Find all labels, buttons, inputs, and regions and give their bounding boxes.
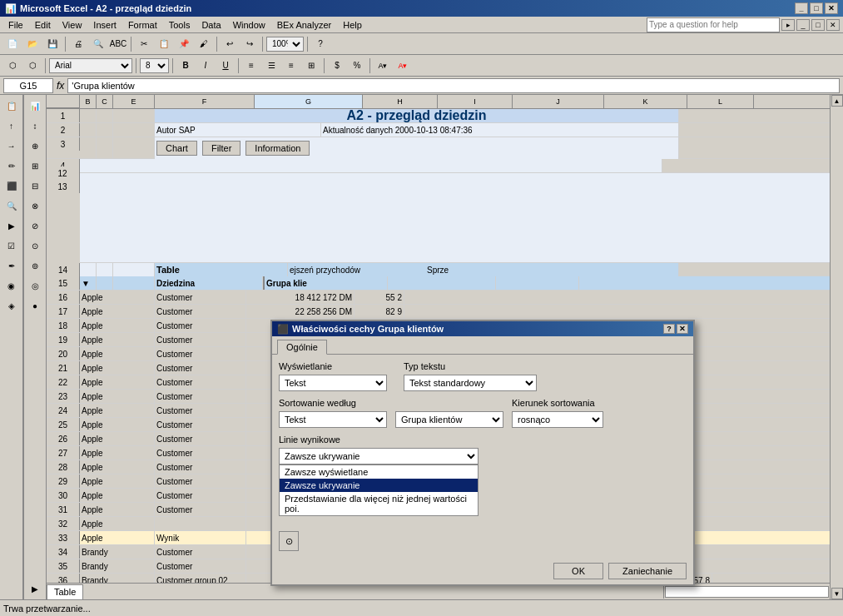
menu-view[interactable]: View — [57, 18, 87, 32]
menu-file[interactable]: File — [3, 18, 28, 32]
filter-button[interactable]: Filter — [202, 141, 241, 156]
fill-color-button[interactable]: A▾ — [374, 57, 392, 75]
font-color-button[interactable]: A▾ — [394, 57, 412, 75]
cell[interactable] — [80, 123, 97, 137]
ok-button[interactable]: OK — [553, 563, 603, 579]
menu-bex[interactable]: BEx Analyzer — [272, 18, 336, 32]
tool2-btn-10[interactable]: ◎ — [26, 276, 44, 295]
cell-reference[interactable] — [3, 78, 53, 93]
app-restore2[interactable]: □ — [811, 19, 825, 31]
cell[interactable] — [97, 263, 113, 276]
help-arrow[interactable]: ▸ — [781, 19, 795, 31]
cell[interactable] — [113, 123, 155, 137]
cell[interactable] — [113, 137, 155, 159]
zoom-select[interactable]: 100% — [266, 37, 304, 52]
cut-button[interactable]: ✂ — [135, 35, 153, 53]
tab-ogolnie[interactable]: Ogólnie — [277, 340, 327, 355]
dropdown-item-1[interactable]: Zawsze wyświetlane — [280, 465, 478, 479]
cell[interactable]: ▼ — [80, 276, 97, 290]
col-h[interactable]: H — [363, 95, 438, 108]
col-g[interactable]: G — [255, 95, 363, 108]
col-f[interactable]: F — [155, 95, 255, 108]
currency-button[interactable]: $ — [328, 57, 346, 75]
format-painter-button[interactable]: 🖌 — [195, 35, 213, 53]
cell[interactable] — [113, 276, 155, 290]
dropdown-item-3[interactable]: Przedstawianie dla więcej niż jednej war… — [280, 492, 478, 515]
tool-btn-10[interactable]: ◉ — [2, 276, 21, 295]
col-c[interactable]: C — [97, 95, 113, 108]
col-e[interactable]: E — [113, 95, 155, 108]
col-l[interactable]: L — [687, 95, 754, 108]
align-left-button[interactable]: ≡ — [242, 57, 260, 75]
cancel-button[interactable]: Zaniechanie — [608, 563, 687, 579]
paste-button[interactable]: 📌 — [175, 35, 193, 53]
col-j[interactable]: J — [513, 95, 604, 108]
cell[interactable]: Aktualność danych 2000-10-13 08:47:36 — [321, 123, 679, 137]
tool-btn-8[interactable]: ☑ — [2, 236, 21, 255]
menu-tools[interactable]: Tools — [164, 18, 196, 32]
undo-button[interactable]: ↩ — [221, 35, 239, 53]
cell[interactable]: Autor SAP — [155, 123, 321, 137]
dialog-close-btn[interactable]: ✕ — [677, 324, 688, 334]
cell[interactable] — [80, 109, 97, 122]
bold-button[interactable]: B — [176, 57, 195, 75]
tool2-btn-7[interactable]: ⊘ — [26, 216, 44, 235]
formula-input[interactable] — [67, 78, 840, 93]
display-select[interactable]: Tekst — [279, 375, 387, 391]
menu-window[interactable]: Window — [228, 18, 270, 32]
menu-format[interactable]: Format — [123, 18, 162, 32]
sort-select[interactable]: Tekst — [279, 411, 387, 428]
tool2-btn-3[interactable]: ⊕ — [26, 137, 44, 155]
tool-btn-7[interactable]: ▶ — [2, 216, 21, 235]
sort-select2[interactable]: Grupa klientów — [395, 411, 503, 428]
menu-help[interactable]: Help — [338, 18, 367, 32]
size-select[interactable]: 8 — [140, 58, 169, 73]
dropdown-item-2[interactable]: Zawsze ukrywanie — [280, 479, 478, 492]
cell[interactable] — [80, 263, 97, 276]
preview-button[interactable]: 🔍 — [89, 35, 107, 53]
menu-data[interactable]: Data — [196, 18, 226, 32]
italic-button[interactable]: I — [196, 57, 215, 75]
sort-dir-select[interactable]: rosnąco — [512, 411, 603, 428]
cell[interactable] — [113, 109, 155, 122]
open-button[interactable]: 📂 — [23, 35, 42, 53]
new-button[interactable]: 📄 — [3, 35, 22, 53]
menu-insert[interactable]: Insert — [88, 18, 121, 32]
cell[interactable] — [97, 109, 113, 122]
app-close2[interactable]: ✕ — [826, 19, 840, 31]
tool-btn-4[interactable]: ✏ — [2, 156, 21, 175]
tool-btn-1[interactable]: 📋 — [2, 97, 21, 115]
cell[interactable] — [113, 263, 155, 276]
cell[interactable] — [97, 276, 113, 290]
information-button[interactable]: Information — [245, 141, 310, 156]
scroll-up[interactable]: ▲ — [831, 95, 843, 107]
menu-edit[interactable]: Edit — [30, 18, 56, 32]
help-btn[interactable]: ? — [311, 35, 330, 53]
merge-button[interactable]: ⊞ — [302, 57, 320, 75]
col-k[interactable]: K — [604, 95, 687, 108]
tool-btn-3[interactable]: → — [2, 137, 21, 155]
redo-button[interactable]: ↪ — [241, 35, 259, 53]
close-button[interactable]: ✕ — [825, 2, 838, 14]
tool2-btn-6[interactable]: ⊗ — [26, 196, 44, 215]
app-minimize2[interactable]: _ — [796, 19, 810, 31]
save-button[interactable]: 💾 — [43, 35, 62, 53]
font-select[interactable]: Arial — [49, 58, 132, 73]
chart-button[interactable]: Chart — [156, 141, 197, 156]
col-b[interactable]: B — [80, 95, 97, 108]
dialog-help-btn[interactable]: ? — [663, 324, 675, 334]
sheet-tab-table[interactable]: Table — [47, 584, 83, 599]
tool-btn-5[interactable]: ⬛ — [2, 176, 21, 195]
tool-btn-6[interactable]: 🔍 — [2, 196, 21, 215]
restore-button[interactable]: □ — [810, 2, 823, 14]
align-center-button[interactable]: ☰ — [262, 57, 280, 75]
align-right-button[interactable]: ≡ — [282, 57, 300, 75]
tool2-btn-11[interactable]: ● — [26, 296, 44, 315]
cell[interactable] — [97, 123, 113, 137]
tool2-btn-1[interactable]: 📊 — [26, 97, 44, 115]
tool2-expand[interactable]: ▶ — [26, 579, 44, 598]
percent-button[interactable]: % — [348, 57, 366, 75]
lines-select[interactable]: Zawsze ukrywanie Zawsze wyświetlane Prze… — [279, 448, 479, 464]
tool2-btn-5[interactable]: ⊟ — [26, 176, 44, 195]
tool2-btn-2[interactable]: ↕ — [26, 117, 44, 135]
